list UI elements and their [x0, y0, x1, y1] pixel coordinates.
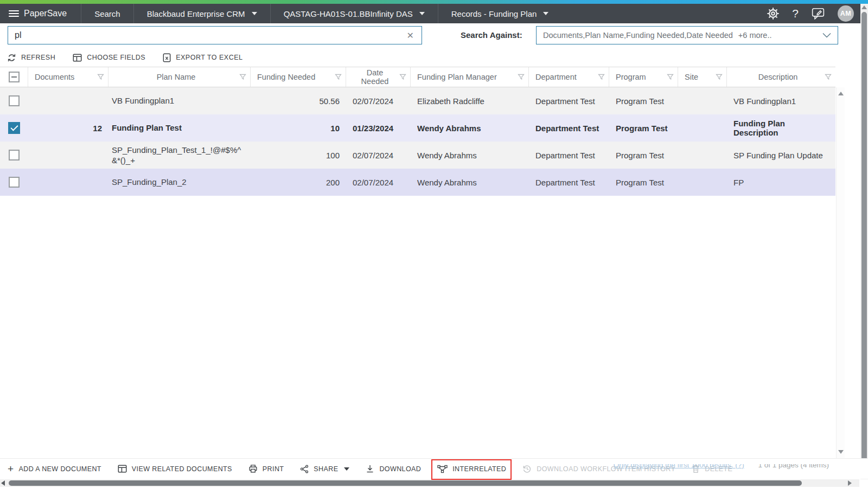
delete-button: DELETE	[692, 464, 732, 473]
filter-icon[interactable]	[825, 74, 832, 80]
feedback-icon[interactable]	[812, 8, 825, 20]
cell-department: Department Test	[529, 142, 609, 169]
cell-date-needed: 02/07/2024	[346, 169, 411, 196]
column-header-date-needed[interactable]: Date Needed	[346, 67, 411, 87]
page-vertical-scrollbar[interactable]	[860, 4, 868, 479]
cell-funding-needed: 10	[251, 114, 346, 142]
nav-dropdown-records[interactable]: Records - Funding Plan	[438, 4, 562, 23]
cell-funding-plan-manager: Wendy Abrahms	[411, 142, 529, 169]
print-button[interactable]: PRINT	[248, 464, 284, 473]
app-brand[interactable]: PaperSave	[0, 4, 81, 23]
horizontal-scrollbar[interactable]	[0, 479, 859, 487]
avatar[interactable]: AM	[838, 5, 854, 22]
cell-plan-name: SP_Funding_Plan_Test_1_!@#$%^&*()_+	[108, 142, 251, 169]
cell-plan-name: SP_Funding_Plan_2	[108, 169, 251, 196]
column-header-site[interactable]: Site	[678, 67, 727, 87]
grid-toolbar: REFRESH CHOOSE FIELDS EXPORT TO EXCEL	[0, 48, 868, 67]
cell-documents	[28, 142, 108, 169]
bottom-action-bar: + ADD A NEW DOCUMENT VIEW RELATED DOCUME…	[0, 458, 868, 479]
cell-date-needed: 02/07/2024	[346, 142, 411, 169]
row-checkbox-checked[interactable]	[8, 122, 20, 134]
nav-dropdown-crm[interactable]: Blackbaud Enterprise CRM	[134, 4, 271, 23]
column-header-funding-plan-manager[interactable]: Funding Plan Manager	[411, 67, 529, 87]
view-related-documents-button[interactable]: VIEW RELATED DOCUMENTS	[118, 465, 232, 473]
cell-program: Program Test	[609, 169, 678, 196]
select-all-checkbox[interactable]	[9, 72, 20, 82]
table-row[interactable]: SP_Funding_Plan_2 200 02/07/2024 Wendy A…	[0, 169, 835, 196]
filter-icon[interactable]	[667, 74, 674, 80]
cell-funding-needed: 100	[251, 142, 346, 169]
chevron-down-icon	[822, 33, 831, 38]
refresh-button[interactable]: REFRESH	[7, 53, 55, 62]
scroll-right-arrow-icon[interactable]	[848, 480, 852, 486]
filter-icon[interactable]	[518, 74, 525, 80]
print-icon	[248, 464, 258, 473]
filter-icon[interactable]	[716, 74, 723, 80]
refresh-icon	[7, 53, 16, 62]
cell-description: FP	[727, 169, 835, 196]
search-against-more: +6 more..	[738, 31, 772, 40]
related-documents-icon	[118, 465, 127, 473]
nav-dropdown-das[interactable]: QASTAG-HA01S-01.BBInfinity DAS	[271, 4, 438, 23]
select-all-cell	[0, 67, 28, 87]
column-header-program[interactable]: Program	[609, 67, 678, 87]
cell-department: Department Test	[529, 87, 609, 114]
cell-funding-plan-manager: Elizabeth Radcliffe	[411, 87, 529, 114]
interrelated-button[interactable]: INTERRELATED	[437, 465, 506, 473]
filter-icon[interactable]	[598, 74, 605, 80]
search-against-dropdown[interactable]: Documents,Plan Name,Funding Needed,Date …	[536, 26, 838, 44]
column-header-description[interactable]: Description	[727, 67, 835, 87]
cell-site	[678, 169, 727, 196]
row-checkbox[interactable]	[9, 177, 20, 188]
cell-funding-needed: 200	[251, 169, 346, 196]
tab-search[interactable]: Search	[81, 4, 134, 23]
cell-funding-needed: 50.56	[251, 87, 346, 114]
download-button[interactable]: DOWNLOAD	[366, 464, 421, 473]
search-against-label: Search Against:	[461, 30, 522, 40]
share-button[interactable]: SHARE	[300, 465, 349, 473]
column-header-plan-name[interactable]: Plan Name	[108, 67, 251, 87]
row-checkbox[interactable]	[9, 150, 20, 160]
grid-header-row: Documents Plan Name Funding Needed Date …	[0, 67, 835, 87]
filter-icon[interactable]	[335, 74, 342, 80]
search-input[interactable]	[15, 30, 406, 40]
trash-icon	[692, 464, 700, 473]
table-row[interactable]: VB Fundingplan1 50.56 02/07/2024 Elizabe…	[0, 87, 835, 114]
horizontal-scrollbar-thumb[interactable]	[9, 480, 802, 486]
cell-description: VB Fundingplan1	[727, 87, 835, 114]
settings-gear-icon[interactable]	[767, 8, 779, 20]
row-checkbox[interactable]	[9, 95, 20, 106]
cell-description: SP Funding Plan Update	[727, 142, 835, 169]
table-vertical-scrollbar[interactable]	[836, 87, 845, 458]
filter-icon[interactable]	[97, 74, 104, 80]
cell-documents	[28, 169, 108, 196]
help-icon[interactable]: ?	[792, 7, 799, 20]
table-row[interactable]: SP_Funding_Plan_Test_1_!@#$%^&*()_+ 100 …	[0, 142, 835, 169]
table-row-selected[interactable]: 12 Funding Plan Test 10 01/23/2024 Wendy…	[0, 114, 835, 142]
clear-search-icon[interactable]: ✕	[406, 30, 415, 41]
filter-icon[interactable]	[399, 74, 406, 80]
hamburger-menu-icon[interactable]	[9, 10, 19, 17]
brand-gradient-strip	[0, 0, 868, 4]
vertical-scrollbar-thumb[interactable]	[861, 12, 867, 464]
cell-program: Program Test	[609, 87, 678, 114]
scroll-up-arrow-icon[interactable]	[861, 5, 867, 9]
choose-fields-button[interactable]: CHOOSE FIELDS	[73, 54, 145, 62]
search-box[interactable]: ✕	[8, 26, 422, 44]
cell-plan-name: Funding Plan Test	[108, 114, 251, 142]
filter-icon[interactable]	[239, 74, 246, 80]
add-new-document-button[interactable]: + ADD A NEW DOCUMENT	[8, 465, 101, 473]
column-header-funding-needed[interactable]: Funding Needed	[251, 67, 346, 87]
plus-icon: +	[8, 465, 14, 473]
export-to-excel-button[interactable]: EXPORT TO EXCEL	[163, 53, 242, 62]
scroll-left-arrow-icon[interactable]	[1, 480, 5, 486]
column-header-department[interactable]: Department	[529, 67, 609, 87]
column-header-documents[interactable]: Documents	[28, 67, 108, 87]
scroll-up-arrow-icon[interactable]	[838, 92, 844, 95]
chevron-down-icon	[419, 12, 425, 15]
chevron-down-icon	[344, 467, 349, 471]
results-grid: Documents Plan Name Funding Needed Date …	[0, 67, 835, 196]
scroll-down-arrow-icon[interactable]	[838, 450, 844, 454]
cell-department: Department Test	[529, 114, 609, 142]
top-navigation-bar: PaperSave Search Blackbaud Enterprise CR…	[0, 4, 868, 23]
